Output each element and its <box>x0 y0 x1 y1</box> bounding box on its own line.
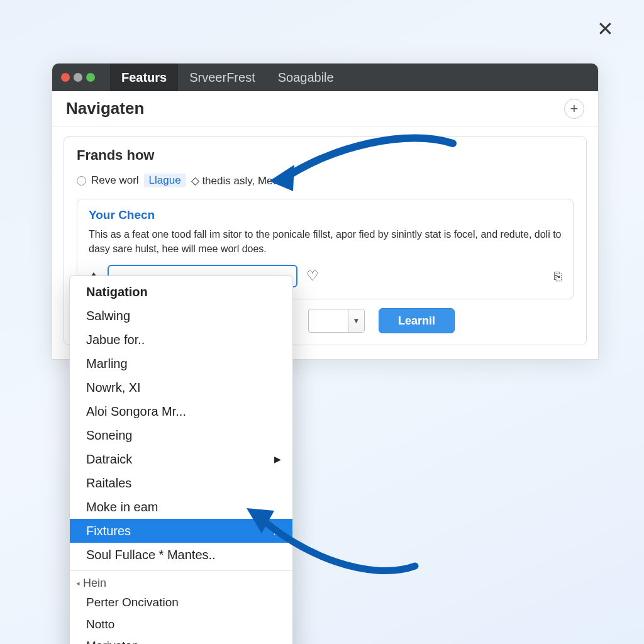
menu-item[interactable]: Aloi Songora Mr... <box>70 399 292 423</box>
menu-separator <box>70 570 292 571</box>
menu-item[interactable]: Marling <box>70 352 292 375</box>
close-icon[interactable]: ✕ <box>597 19 614 39</box>
dropdown-menu[interactable]: Natigation Salwing Jabue for.. Marling N… <box>69 275 293 644</box>
titlebar: Featurs SrveerFrest Soagabile <box>52 64 598 91</box>
menu-item-selected[interactable]: Fixtures▶ <box>70 519 292 543</box>
heart-icon[interactable]: ♡ <box>306 268 319 284</box>
tab-featurs[interactable]: Featurs <box>110 64 178 91</box>
learn-button[interactable]: Learnil <box>379 308 455 333</box>
inner-heading: Your Checn <box>89 208 562 222</box>
tab-soagabile[interactable]: Soagabile <box>267 64 345 91</box>
chevron-right-icon: ▶ <box>274 525 281 538</box>
window-minimize-icon[interactable] <box>74 73 82 82</box>
menu-item[interactable]: Natigation <box>70 280 292 304</box>
dropdown-select[interactable]: ▼ <box>308 309 365 333</box>
menu-group: ◂Hein <box>70 575 292 592</box>
menu-item[interactable]: Jabue for.. <box>70 328 292 352</box>
menu-item[interactable]: Soul Fullace * Mantes.. <box>70 543 292 567</box>
card-title: Frands how <box>77 147 574 164</box>
chevron-left-icon: ◂ <box>76 579 80 587</box>
window-close-icon[interactable] <box>61 73 70 82</box>
page-title: Navigaten <box>66 99 144 118</box>
radio-row[interactable]: Reve worl Llague ◇ thedis asly, Mew:. <box>77 174 574 187</box>
chevron-right-icon: ▶ <box>274 453 281 466</box>
radio-chip[interactable]: Llague <box>144 174 186 187</box>
window-zoom-icon[interactable] <box>86 73 95 82</box>
window-tabs: Featurs SrveerFrest Soagabile <box>110 64 345 91</box>
menu-item[interactable]: Datraick▶ <box>70 447 292 471</box>
menu-item[interactable]: Moke in eam <box>70 495 292 519</box>
chevron-down-icon[interactable]: ▼ <box>348 309 364 332</box>
inner-body: This as a feat one tood fall im sitor to… <box>89 227 562 256</box>
tab-srveerfrest[interactable]: SrveerFrest <box>178 64 266 91</box>
menu-subitem[interactable]: Notto <box>70 614 292 636</box>
add-button[interactable]: + <box>564 99 584 119</box>
menu-subitem[interactable]: Marivaton <box>70 635 292 644</box>
radio-icon[interactable] <box>77 176 86 186</box>
menu-item[interactable]: Nowrk, XI <box>70 375 292 399</box>
menu-item[interactable]: Raitales <box>70 471 292 495</box>
menu-item[interactable]: Soneing <box>70 423 292 447</box>
bookmark-icon[interactable]: ⎘ <box>554 269 562 284</box>
menu-item[interactable]: Salwing <box>70 304 292 328</box>
radio-text-after: ◇ thedis asly, Mew:. <box>191 174 287 187</box>
page-header: Navigaten + <box>52 91 598 126</box>
radio-text-before: Reve worl <box>91 174 139 187</box>
menu-subitem[interactable]: Perter Oncivation <box>70 592 292 614</box>
